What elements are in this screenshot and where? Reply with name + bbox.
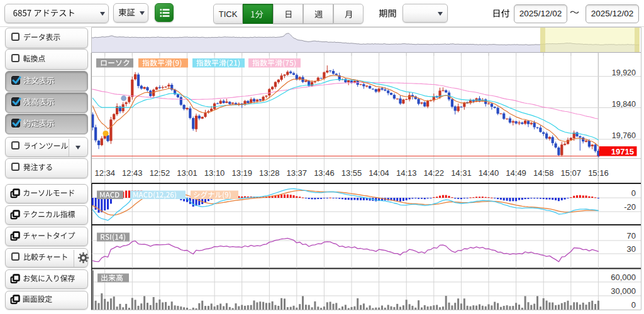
- svg-text:12:52: 12:52: [150, 168, 170, 178]
- svg-text:13:55: 13:55: [341, 168, 362, 178]
- svg-text:14:22: 14:22: [424, 168, 445, 178]
- svg-text:14:04: 14:04: [369, 168, 389, 178]
- svg-text:19,920: 19,920: [612, 68, 636, 77]
- svg-text:14:58: 14:58: [533, 168, 554, 178]
- svg-text:13:19: 13:19: [231, 168, 252, 178]
- svg-text:13:01: 13:01: [177, 168, 197, 178]
- svg-text:70: 70: [627, 231, 636, 241]
- svg-text:15:07: 15:07: [561, 168, 582, 178]
- svg-text:30: 30: [627, 244, 636, 254]
- svg-text:14:13: 14:13: [396, 168, 417, 178]
- svg-text:19,840: 19,840: [612, 100, 636, 109]
- svg-text:14:31: 14:31: [451, 168, 472, 178]
- svg-text:13:10: 13:10: [204, 168, 225, 178]
- svg-text:13:28: 13:28: [259, 168, 280, 178]
- svg-text:19,760: 19,760: [612, 131, 636, 140]
- svg-text:12:34: 12:34: [94, 168, 115, 178]
- svg-text:0: 0: [631, 300, 636, 310]
- svg-text:12:43: 12:43: [122, 168, 143, 178]
- svg-text:0: 0: [631, 188, 636, 198]
- svg-text:14:40: 14:40: [479, 168, 499, 178]
- svg-text:15:16: 15:16: [588, 168, 609, 178]
- svg-text:19715: 19715: [611, 147, 634, 156]
- svg-text:-20: -20: [624, 202, 636, 212]
- svg-text:30,000: 30,000: [611, 286, 636, 296]
- svg-text:14:49: 14:49: [506, 168, 526, 178]
- svg-text:13:46: 13:46: [314, 168, 335, 178]
- svg-text:13:37: 13:37: [287, 168, 308, 178]
- svg-text:60,000: 60,000: [611, 273, 636, 282]
